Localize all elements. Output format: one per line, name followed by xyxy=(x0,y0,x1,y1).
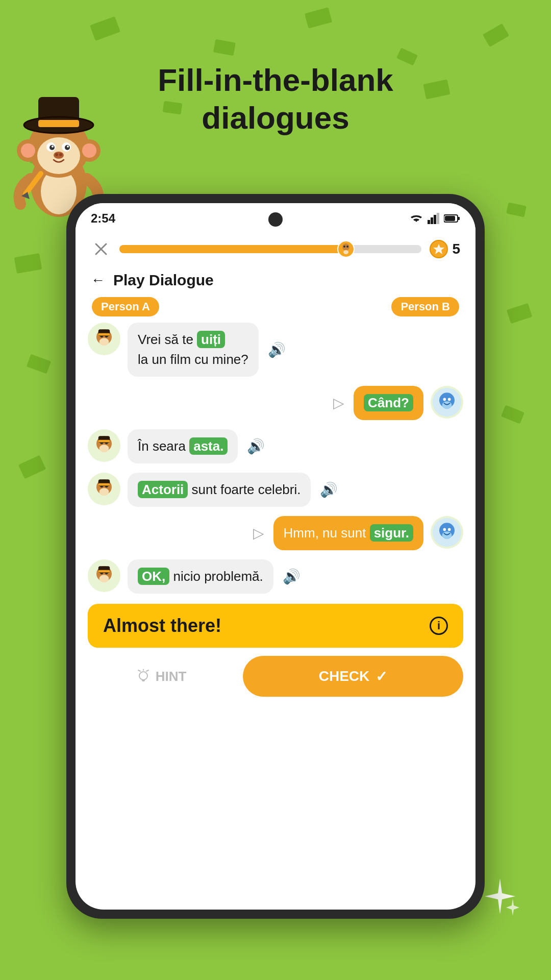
play-button-2[interactable]: ▷ xyxy=(333,395,344,411)
check-icon: ✓ xyxy=(375,668,387,685)
highlight-word-3: asta. xyxy=(189,437,228,455)
svg-point-74 xyxy=(99,575,109,582)
svg-point-15 xyxy=(55,153,58,156)
signal-icon xyxy=(428,213,440,224)
wifi-icon xyxy=(409,213,423,224)
svg-line-80 xyxy=(146,670,148,671)
message-row-2: ▷ Când? xyxy=(88,386,463,420)
status-icons xyxy=(409,213,460,224)
svg-point-13 xyxy=(67,145,69,148)
check-label: CHECK xyxy=(319,668,370,684)
message-row-5: ▷ Hmm, nu sunt sigur. xyxy=(88,516,463,550)
message-row-3: În seara asta. 🔊 xyxy=(88,429,463,463)
chat-messages: Vrei să te uițila un film cu mine? 🔊 xyxy=(88,323,463,594)
message-bubble-6: OK, nicio problemă. xyxy=(128,559,273,594)
svg-rect-31 xyxy=(445,216,455,221)
svg-rect-78 xyxy=(98,570,110,573)
svg-point-6 xyxy=(82,143,96,158)
person-labels: Person A Person B xyxy=(88,297,463,323)
svg-rect-30 xyxy=(458,217,460,220)
avatar-a4 xyxy=(88,559,120,592)
svg-point-70 xyxy=(443,528,446,531)
svg-rect-26 xyxy=(431,217,433,224)
phone-frame: 2:54 xyxy=(66,194,485,919)
svg-point-62 xyxy=(99,488,109,496)
highlight-word-6: OK, xyxy=(138,568,169,585)
lightbulb-icon xyxy=(136,669,151,683)
nav-row: ← Play Dialogue xyxy=(76,267,475,297)
score-number: 5 xyxy=(452,241,460,257)
svg-point-82 xyxy=(139,672,147,680)
sound-button-1[interactable]: 🔊 xyxy=(268,341,286,358)
progress-fill xyxy=(119,245,346,253)
check-button[interactable]: CHECK ✓ xyxy=(243,656,463,697)
avatar-a2 xyxy=(88,429,120,462)
sparkle-decoration xyxy=(480,876,520,919)
almost-there-text: Almost there! xyxy=(103,615,221,636)
svg-rect-28 xyxy=(437,213,439,224)
svg-point-43 xyxy=(99,338,109,346)
almost-there-banner: Almost there! i xyxy=(88,604,463,648)
message-bubble-3: În seara asta. xyxy=(128,429,238,463)
svg-point-12 xyxy=(52,145,54,148)
play-button-5[interactable]: ▷ xyxy=(253,525,264,542)
bottom-buttons: HINT CHECK ✓ xyxy=(88,648,463,702)
person-b-badge: Person B xyxy=(391,297,459,316)
svg-point-36 xyxy=(343,250,348,254)
svg-point-14 xyxy=(54,152,64,159)
sound-button-4[interactable]: 🔊 xyxy=(320,481,338,498)
progress-head xyxy=(337,240,355,258)
progress-area: 5 xyxy=(76,234,475,267)
svg-point-35 xyxy=(342,243,349,251)
svg-rect-27 xyxy=(434,215,436,224)
phone-screen: 2:54 xyxy=(76,203,475,910)
message-row-6: OK, nicio problemă. 🔊 xyxy=(88,559,463,594)
avatar-a1 xyxy=(88,323,120,355)
sound-button-3[interactable]: 🔊 xyxy=(247,438,265,455)
svg-marker-24 xyxy=(506,899,519,916)
message-bubble-2: Când? xyxy=(354,386,423,420)
close-button[interactable] xyxy=(91,239,111,259)
battery-icon xyxy=(444,214,460,223)
message-bubble-1: Vrei să te uițila un film cu mine? xyxy=(128,323,259,377)
message-bubble-4: Actorii sunt foarte celebri. xyxy=(128,473,311,507)
hint-label: HINT xyxy=(156,669,187,684)
svg-point-37 xyxy=(343,246,345,248)
svg-line-79 xyxy=(138,670,140,671)
highlight-word-1: uiți xyxy=(197,331,225,348)
highlight-word-5: sigur. xyxy=(370,524,413,542)
avatar-b2 xyxy=(431,516,463,549)
nav-title: Play Dialogue xyxy=(113,272,214,289)
svg-point-38 xyxy=(346,246,348,248)
svg-rect-19 xyxy=(38,120,79,127)
chat-area: Person A Person B xyxy=(76,297,475,702)
score-area: 5 xyxy=(430,240,460,258)
avatar-a3 xyxy=(88,473,120,505)
highlight-word-4: Actorii xyxy=(138,481,188,498)
svg-point-16 xyxy=(59,153,62,156)
svg-rect-59 xyxy=(98,440,110,443)
svg-point-52 xyxy=(448,398,451,401)
svg-rect-25 xyxy=(428,220,430,224)
message-row-4: Actorii sunt foarte celebri. 🔊 xyxy=(88,473,463,507)
back-button[interactable]: ← xyxy=(91,272,105,288)
score-icon xyxy=(430,240,448,258)
sound-button-6[interactable]: 🔊 xyxy=(283,568,300,585)
svg-rect-83 xyxy=(142,679,145,681)
message-row: Vrei să te uițila un film cu mine? 🔊 xyxy=(88,323,463,377)
highlight-word-2: Când? xyxy=(364,394,413,411)
message-bubble-5: Hmm, nu sunt sigur. xyxy=(273,516,423,550)
svg-point-55 xyxy=(99,445,109,452)
svg-rect-66 xyxy=(98,483,110,486)
avatar-b1 xyxy=(431,386,463,419)
progress-track xyxy=(119,245,421,253)
svg-point-71 xyxy=(448,528,451,531)
svg-point-4 xyxy=(21,143,35,158)
status-time: 2:54 xyxy=(91,211,115,226)
camera-notch xyxy=(268,212,283,227)
svg-point-51 xyxy=(443,398,446,401)
hint-button[interactable]: HINT xyxy=(88,656,235,697)
info-icon[interactable]: i xyxy=(430,617,448,635)
svg-rect-47 xyxy=(98,333,110,336)
person-a-badge: Person A xyxy=(92,297,159,316)
